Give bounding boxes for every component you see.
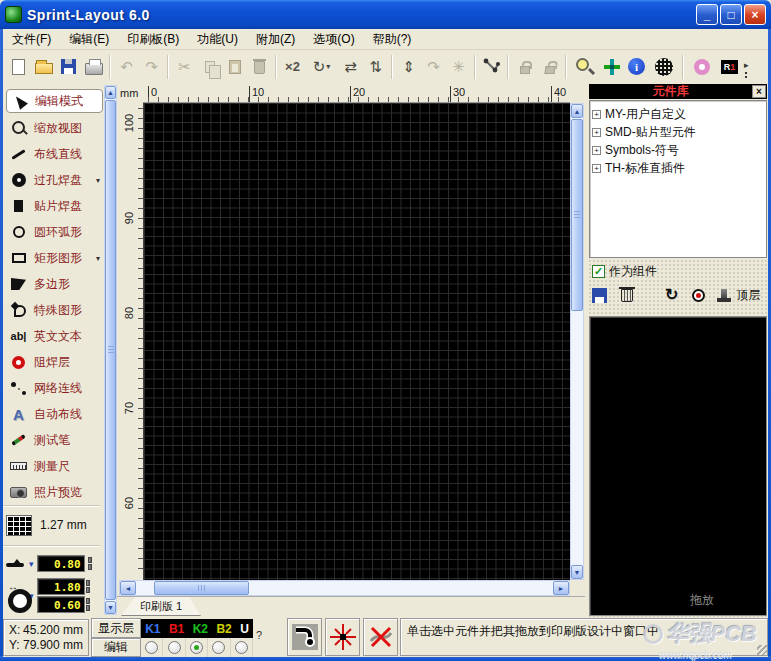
library-close-button[interactable]: × [752,85,766,98]
pad-drill-spinner[interactable] [86,596,92,613]
delete-button[interactable] [247,54,272,79]
tool-circle-arc[interactable]: 圆环弧形 [6,220,103,244]
canvas-scroll-down-button[interactable]: ▼ [571,565,583,579]
grid-setting[interactable]: 1.27 mm [6,512,101,538]
tree-item-smd[interactable]: +SMD-贴片型元件 [592,123,764,141]
copy-button[interactable] [197,54,222,79]
rotate-button[interactable]: ↻▾ [305,54,338,79]
component-label-button[interactable]: R1 [717,54,742,79]
tool-zoom-view[interactable]: 缩放视图 [6,116,103,140]
connections-button[interactable] [479,54,504,79]
minimize-button[interactable]: _ [696,4,718,25]
tree-item-th[interactable]: +TH-标准直插件 [592,159,764,177]
menu-board[interactable]: 印刷板(B) [118,29,188,50]
duplicate-x2-button[interactable]: ×2 [280,54,305,79]
expand-icon[interactable]: + [592,128,601,137]
tool-net-connection[interactable]: 网络连线 [6,376,103,400]
maximize-button[interactable]: □ [720,4,742,25]
layer-label-b1[interactable]: B1 [169,622,184,636]
menu-file[interactable]: 文件(F) [3,29,60,50]
pad-diameter-field[interactable]: 1.80 [37,578,85,595]
layer-radio-k2[interactable] [190,641,203,654]
layer-radio-b2[interactable] [212,641,225,654]
tool-measure[interactable]: 测量尺 [6,454,103,478]
canvas-scroll-left-button[interactable]: ◄ [120,581,136,595]
close-button[interactable]: × [744,4,766,25]
swap-layers-button[interactable]: ⇕ [396,54,421,79]
layer-radio-b1[interactable] [168,641,181,654]
flip-horizontal-button[interactable]: ⇄ [338,54,363,79]
canvas-vscrollbar-thumb[interactable] [571,119,583,311]
resize-grip[interactable] [757,645,767,655]
menu-functions[interactable]: 功能(U) [188,29,247,50]
layer-radio-k1[interactable] [145,641,158,654]
redo-button[interactable]: ↷ [139,54,164,79]
pcb-design-canvas[interactable] [143,103,570,580]
layer-label-u[interactable]: U [240,622,249,636]
rotate-free-button[interactable]: ↷ [421,54,446,79]
tree-item-symbols[interactable]: +Symbols-符号 [592,141,764,159]
lock-button[interactable] [512,54,537,79]
tool-pad-via[interactable]: 过孔焊盘▾ [6,168,103,192]
tool-photo-preview[interactable]: 照片预览 [6,480,103,504]
palette-scroll-down-button[interactable]: ▼ [105,601,116,614]
canvas-hscrollbar-thumb[interactable] [154,581,249,595]
zoom-tool-button[interactable] [570,54,599,79]
title-bar[interactable]: Sprint-Layout 6.0 _ □ × [0,0,771,29]
cut-button[interactable]: ✂ [172,54,197,79]
library-save-icon[interactable] [592,288,607,303]
rectangle-dropdown-icon[interactable]: ▾ [96,254,100,263]
tool-smd-pad[interactable]: 贴片焊盘 [6,194,103,218]
palette-scroll-up-button[interactable]: ▲ [105,86,116,99]
flip-vertical-button[interactable]: ⇅ [363,54,388,79]
palette-scrollbar-thumb[interactable] [105,100,116,600]
print-button[interactable] [81,54,106,79]
explode-button[interactable]: ✳ [446,54,471,79]
layer-label-k2[interactable]: K2 [193,622,208,636]
footprint-wizard-button[interactable] [599,54,624,79]
remove-connection-button[interactable] [363,618,398,656]
menu-edit[interactable]: 编辑(E) [60,29,118,50]
library-layer-stamp-icon[interactable] [717,289,731,302]
tool-special-shape[interactable]: 特殊图形 [6,298,103,322]
layer-label-k1[interactable]: K1 [145,622,160,636]
layer-help-label[interactable]: ? [256,629,262,641]
ground-plane-button[interactable] [649,54,679,79]
open-button[interactable] [31,54,56,79]
tool-text[interactable]: ab|英文文本 [6,324,103,348]
canvas-vertical-scrollbar[interactable]: ▲ ▼ [570,103,584,580]
pad-diameter-spinner[interactable] [86,578,92,595]
track-mode-button[interactable] [287,618,322,656]
tool-solder-mask[interactable]: 阻焊层 [6,350,103,374]
tool-edit-mode[interactable]: 编辑模式 [6,89,103,113]
rotate-dropdown-icon[interactable]: ▾ [326,62,330,71]
expand-icon[interactable]: + [592,146,601,155]
menu-extras[interactable]: 附加(Z) [247,29,304,50]
canvas-horizontal-scrollbar[interactable]: ◄ ► [119,580,570,596]
solder-mask-button[interactable] [687,54,717,79]
pad-drill-field[interactable]: 0.60 [37,596,85,613]
canvas-scroll-up-button[interactable]: ▲ [571,104,583,118]
crosshair-button[interactable] [325,618,360,656]
as-component-checkbox[interactable]: ✓ [592,265,605,278]
canvas-scroll-right-button[interactable]: ► [553,581,569,595]
via-dropdown-icon[interactable]: ▾ [96,176,100,185]
paste-button[interactable] [222,54,247,79]
expand-icon[interactable]: + [592,110,601,119]
palette-scrollbar[interactable]: ▲ ▼ [104,85,117,615]
info-button[interactable]: i [624,54,649,79]
board-tab[interactable]: 印刷版 1 [121,597,201,616]
unlock-button[interactable] [537,54,562,79]
menu-help[interactable]: 帮助(?) [364,29,421,50]
menu-options[interactable]: 选项(O) [304,29,363,50]
tool-rectangle[interactable]: 矩形图形▾ [6,246,103,270]
layer-label-b2[interactable]: B2 [216,622,231,636]
undo-button[interactable]: ↶ [114,54,139,79]
layer-radio-u[interactable] [235,641,248,654]
library-delete-icon[interactable] [621,289,633,302]
tool-autoroute[interactable]: A自动布线 [6,402,103,426]
tool-test-probe[interactable]: 测试笔 [6,428,103,452]
tool-draw-track[interactable]: 布线直线 [6,142,103,166]
track-width-field[interactable]: 0.80 [37,555,85,572]
track-width-dropdown-icon[interactable]: ▾ [29,559,34,569]
